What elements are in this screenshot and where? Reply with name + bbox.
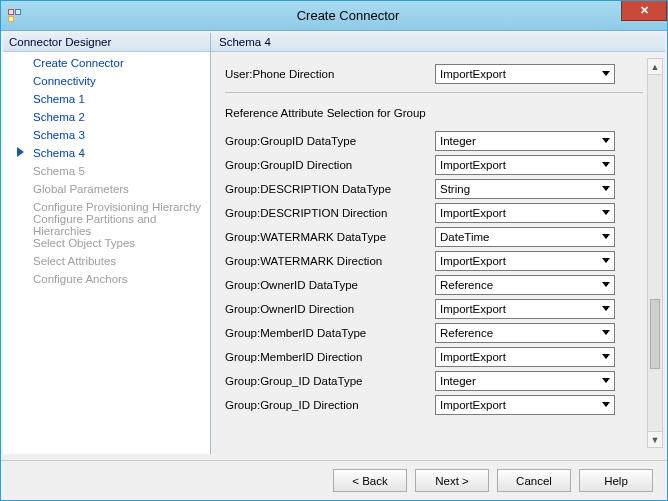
form-row: Group:GroupID DirectionImportExport [225, 153, 643, 177]
help-button[interactable]: Help [579, 469, 653, 492]
nav-item-label: Schema 3 [33, 129, 85, 141]
form-label: Group:WATERMARK DataType [225, 231, 435, 243]
form-row: Group:WATERMARK DirectionImportExport [225, 249, 643, 273]
form-row: User:Phone Direction ImportExport [225, 62, 643, 86]
form-row: Group:Group_ID DataTypeInteger [225, 369, 643, 393]
nav-item-schema-1[interactable]: Schema 1 [3, 90, 210, 108]
select-value: ImportExport [440, 303, 506, 315]
select-field[interactable]: ImportExport [435, 347, 615, 367]
next-button[interactable]: Next > [415, 469, 489, 492]
nav-item-label: Select Attributes [33, 255, 116, 267]
form-label: Group:OwnerID DataType [225, 279, 435, 291]
cancel-button[interactable]: Cancel [497, 469, 571, 492]
sidebar-header: Connector Designer [3, 33, 210, 52]
titlebar: Create Connector ✕ [1, 1, 667, 31]
nav-item-schema-3[interactable]: Schema 3 [3, 126, 210, 144]
main-body: User:Phone Direction ImportExport Refere… [211, 52, 665, 454]
back-button[interactable]: < Back [333, 469, 407, 492]
form-row: Group:OwnerID DirectionImportExport [225, 297, 643, 321]
select-value: Integer [440, 135, 476, 147]
nav-item-create-connector[interactable]: Create Connector [3, 54, 210, 72]
footer: < Back Next > Cancel Help [1, 460, 667, 500]
form-label: Group:Group_ID DataType [225, 375, 435, 387]
select-field[interactable]: Reference [435, 275, 615, 295]
select-value: ImportExport [440, 399, 506, 411]
form-row: Group:WATERMARK DataTypeDateTime [225, 225, 643, 249]
nav-item-label: Configure Provisioning Hierarchy [33, 201, 201, 213]
form-label: Group:Group_ID Direction [225, 399, 435, 411]
form-label: Group:MemberID Direction [225, 351, 435, 363]
nav-item-schema-4[interactable]: Schema 4 [3, 144, 210, 162]
form-label: Group:WATERMARK Direction [225, 255, 435, 267]
nav-item-label: Schema 1 [33, 93, 85, 105]
nav-item-label: Schema 4 [33, 147, 85, 159]
select-field[interactable]: Reference [435, 323, 615, 343]
form-row: Group:MemberID DataTypeReference [225, 321, 643, 345]
form-row: Group:Group_ID DirectionImportExport [225, 393, 643, 417]
select-value: ImportExport [440, 255, 506, 267]
select-field[interactable]: ImportExport [435, 203, 615, 223]
select-value: String [440, 183, 470, 195]
section-divider [225, 92, 643, 93]
nav-item-select-attributes: Select Attributes [3, 252, 210, 270]
nav-item-label: Global Parameters [33, 183, 129, 195]
nav-item-configure-anchors: Configure Anchors [3, 270, 210, 288]
nav-item-label: Schema 2 [33, 111, 85, 123]
select-field[interactable]: ImportExport [435, 299, 615, 319]
form-label: Group:DESCRIPTION Direction [225, 207, 435, 219]
form-row: Group:MemberID DirectionImportExport [225, 345, 643, 369]
close-button[interactable]: ✕ [621, 1, 667, 21]
sidebar: Connector Designer Create ConnectorConne… [3, 33, 211, 454]
form-label: Group:MemberID DataType [225, 327, 435, 339]
close-icon: ✕ [640, 4, 649, 17]
form-label: Group:OwnerID Direction [225, 303, 435, 315]
select-value: Integer [440, 375, 476, 387]
nav-item-label: Configure Partitions and Hierarchies [33, 213, 202, 237]
form-label: Group:DESCRIPTION DataType [225, 183, 435, 195]
nav-item-label: Schema 5 [33, 165, 85, 177]
select-user-phone-direction[interactable]: ImportExport [435, 64, 615, 84]
select-field[interactable]: Integer [435, 371, 615, 391]
vertical-scrollbar[interactable]: ▲ ▼ [647, 58, 663, 448]
main-body-wrap: User:Phone Direction ImportExport Refere… [211, 52, 665, 454]
nav-item-label: Create Connector [33, 57, 124, 69]
nav-item-global-parameters: Global Parameters [3, 180, 210, 198]
select-field[interactable]: ImportExport [435, 395, 615, 415]
form-row: Group:GroupID DataTypeInteger [225, 129, 643, 153]
section-title: Reference Attribute Selection for Group [225, 107, 643, 119]
nav-item-configure-partitions-and-hierarchies: Configure Partitions and Hierarchies [3, 216, 210, 234]
select-value: ImportExport [440, 207, 506, 219]
window-title: Create Connector [29, 1, 667, 30]
scroll-down-button[interactable]: ▼ [648, 431, 662, 447]
form-row: Group:DESCRIPTION DirectionImportExport [225, 201, 643, 225]
body: Connector Designer Create ConnectorConne… [1, 31, 667, 460]
select-value: ImportExport [440, 159, 506, 171]
nav-item-schema-2[interactable]: Schema 2 [3, 108, 210, 126]
nav-item-label: Connectivity [33, 75, 96, 87]
select-value: DateTime [440, 231, 489, 243]
select-field[interactable]: Integer [435, 131, 615, 151]
form-row: Group:DESCRIPTION DataTypeString [225, 177, 643, 201]
main-header: Schema 4 [211, 33, 665, 52]
select-field[interactable]: ImportExport [435, 251, 615, 271]
scroll-thumb[interactable] [650, 299, 660, 369]
form-label: Group:GroupID Direction [225, 159, 435, 171]
select-field[interactable]: DateTime [435, 227, 615, 247]
form-label: Group:GroupID DataType [225, 135, 435, 147]
select-value: Reference [440, 327, 493, 339]
nav-item-label: Select Object Types [33, 237, 135, 249]
nav-item-connectivity[interactable]: Connectivity [3, 72, 210, 90]
form-row: Group:OwnerID DataTypeReference [225, 273, 643, 297]
select-value: ImportExport [440, 351, 506, 363]
sidebar-list: Create ConnectorConnectivitySchema 1Sche… [3, 52, 210, 454]
select-field[interactable]: String [435, 179, 615, 199]
form-label: User:Phone Direction [225, 68, 435, 80]
window: Create Connector ✕ Connector Designer Cr… [0, 0, 668, 501]
select-value: ImportExport [440, 68, 506, 80]
nav-item-label: Configure Anchors [33, 273, 128, 285]
main-panel: Schema 4 User:Phone Direction ImportExpo… [211, 33, 665, 454]
select-field[interactable]: ImportExport [435, 155, 615, 175]
scroll-up-button[interactable]: ▲ [648, 59, 662, 75]
app-icon [1, 1, 29, 30]
select-value: Reference [440, 279, 493, 291]
